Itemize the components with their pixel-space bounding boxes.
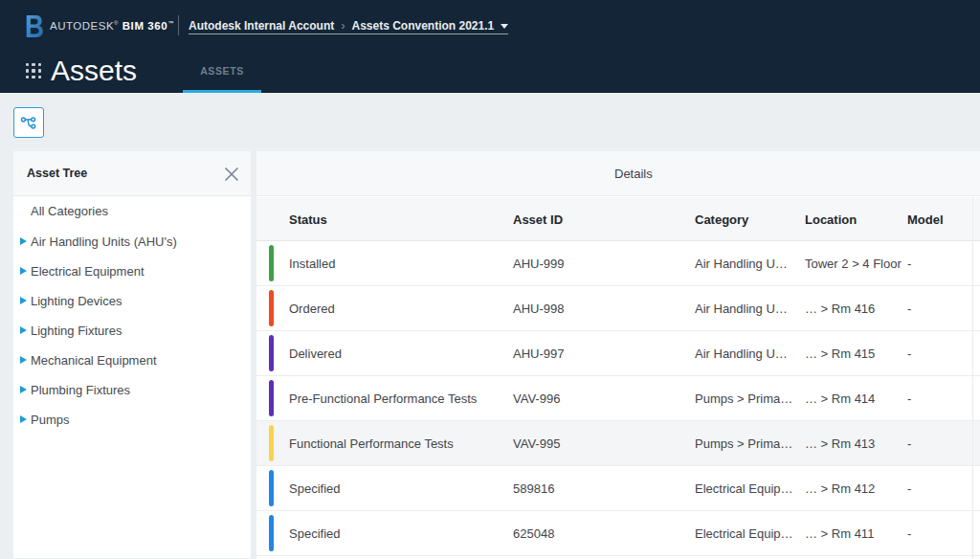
svg-text:B: B	[25, 12, 44, 38]
